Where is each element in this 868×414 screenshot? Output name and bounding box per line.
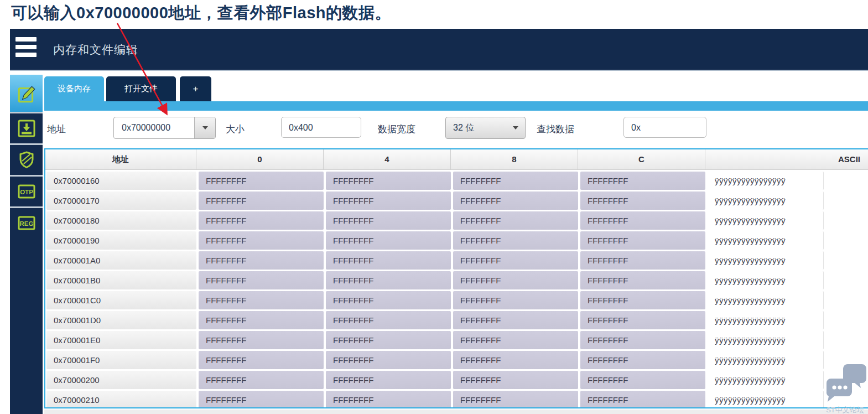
address-cell: 0x70000200 [46,371,196,389]
hex-cell[interactable]: FFFFFFFF [326,311,451,329]
find-data-label: 查找数据 [537,123,574,136]
ascii-cell: ÿÿÿÿÿÿÿÿÿÿÿÿÿÿÿÿ [708,192,824,210]
hex-cell[interactable]: FFFFFFFF [580,271,705,289]
sidebar-item-memory-edit[interactable] [10,75,43,112]
hex-cell[interactable]: FFFFFFFF [326,291,451,309]
hex-cell[interactable]: FFFFFFFF [580,351,705,369]
table-row: 0x70000180FFFFFFFFFFFFFFFFFFFFFFFFFFFFFF… [45,210,868,230]
hex-cell[interactable]: FFFFFFFF [199,291,324,309]
hex-cell[interactable]: FFFFFFFF [580,231,705,250]
address-label: 地址 [47,123,66,136]
header-divider [10,70,868,71]
find-data-input[interactable]: 0x [623,117,706,138]
sidebar-item-reg[interactable]: REG [10,208,43,238]
hex-cell[interactable]: FFFFFFFF [453,351,578,369]
hex-cell[interactable]: FFFFFFFF [453,391,578,408]
hex-cell[interactable]: FFFFFFFF [199,271,324,289]
hex-cell[interactable]: FFFFFFFF [199,251,324,270]
hex-cell[interactable]: FFFFFFFF [326,172,451,190]
address-cell: 0x70000190 [46,231,196,250]
hex-cell[interactable]: FFFFFFFF [199,351,324,369]
reg-icon-label: REG [19,220,33,227]
hex-cell[interactable]: FFFFFFFF [580,211,705,230]
table-body: 0x70000160FFFFFFFFFFFFFFFFFFFFFFFFFFFFFF… [45,170,868,408]
ascii-cell: ÿÿÿÿÿÿÿÿÿÿÿÿÿÿÿÿ [708,231,824,250]
ascii-cell: ÿÿÿÿÿÿÿÿÿÿÿÿÿÿÿÿ [708,351,824,369]
hex-cell[interactable]: FFFFFFFF [199,391,324,408]
hex-cell[interactable]: FFFFFFFF [580,371,705,389]
hex-cell[interactable]: FFFFFFFF [453,192,578,210]
hex-cell[interactable]: FFFFFFFF [199,231,324,250]
address-value[interactable]: 0x70000000 [114,117,194,138]
hex-cell[interactable]: FFFFFFFF [326,192,451,210]
data-width-value: 32 位 [446,122,513,134]
hex-cell[interactable]: FFFFFFFF [199,331,324,349]
ascii-cell: ÿÿÿÿÿÿÿÿÿÿÿÿÿÿÿÿ [708,271,824,289]
sidebar-item-otp[interactable]: OTP [10,177,43,206]
ascii-cell: ÿÿÿÿÿÿÿÿÿÿÿÿÿÿÿÿ [708,311,824,329]
sidebar: OTP REG [10,75,43,414]
hex-cell[interactable]: FFFFFFFF [199,311,324,329]
hex-cell[interactable]: FFFFFFFF [199,172,324,190]
hex-cell[interactable]: FFFFFFFF [453,231,578,250]
forum-watermark: ST中文论坛 [822,363,868,414]
ascii-cell: ÿÿÿÿÿÿÿÿÿÿÿÿÿÿÿÿ [708,251,824,270]
otp-icon-label: OTP [20,189,33,195]
hex-cell[interactable]: FFFFFFFF [199,192,324,210]
hex-cell[interactable]: FFFFFFFF [580,391,705,408]
address-cell: 0x700001F0 [46,351,196,369]
hex-cell[interactable]: FFFFFFFF [326,271,451,289]
annotation-text: 可以输入0x70000000地址，查看外部Flash的数据。 [11,2,391,24]
table-row: 0x700001D0FFFFFFFFFFFFFFFFFFFFFFFFFFFFFF… [45,309,868,329]
data-width-label: 数据宽度 [378,123,415,136]
address-cell: 0x70000180 [46,211,196,230]
hex-cell[interactable]: FFFFFFFF [580,172,705,190]
address-combobox[interactable]: 0x70000000 [113,117,216,139]
hex-cell[interactable]: FFFFFFFF [580,192,705,210]
hex-cell[interactable]: FFFFFFFF [326,371,451,389]
hex-cell[interactable]: FFFFFFFF [453,211,578,230]
address-cell: 0x700001E0 [46,331,196,349]
data-width-select[interactable]: 32 位 [445,117,526,139]
hex-cell[interactable]: FFFFFFFF [453,291,578,309]
hex-cell[interactable]: FFFFFFFF [453,271,578,289]
hex-cell[interactable]: FFFFFFFF [580,331,705,349]
hex-cell[interactable]: FFFFFFFF [453,331,578,349]
size-label: 大小 [226,123,245,136]
hex-cell[interactable]: FFFFFFFF [453,172,578,190]
tab-open-file[interactable]: 打开文件 [106,76,176,101]
hex-cell[interactable]: FFFFFFFF [326,391,451,408]
hex-cell[interactable]: FFFFFFFF [326,211,451,230]
hex-cell[interactable]: FFFFFFFF [580,291,705,309]
header-bar: 内存和文件编辑 [10,29,868,70]
tab-device-memory[interactable]: 设备内存 [44,76,104,101]
sidebar-item-download[interactable] [10,113,43,143]
hex-cell[interactable]: FFFFFFFF [326,251,451,270]
hex-cell[interactable]: FFFFFFFF [453,311,578,329]
hex-cell[interactable]: FFFFFFFF [580,311,705,329]
hex-cell[interactable]: FFFFFFFF [580,251,705,270]
hex-cell[interactable]: FFFFFFFF [199,371,324,389]
hex-cell[interactable]: FFFFFFFF [453,371,578,389]
address-cell: 0x70000210 [46,391,196,408]
download-icon [17,118,37,138]
hex-cell[interactable]: FFFFFFFF [199,211,324,230]
chat-bubbles-icon [823,363,867,402]
ascii-cell: ÿÿÿÿÿÿÿÿÿÿÿÿÿÿÿÿ [708,211,824,230]
hex-cell[interactable]: FFFFFFFF [453,251,578,270]
hex-cell[interactable]: FFFFFFFF [326,331,451,349]
table-row: 0x70000190FFFFFFFFFFFFFFFFFFFFFFFFFFFFFF… [45,230,868,250]
address-dropdown-button[interactable] [194,117,215,138]
hex-cell[interactable]: FFFFFFFF [326,231,451,250]
address-cell: 0x700001A0 [46,251,196,270]
sidebar-item-security[interactable] [10,145,43,175]
size-input[interactable]: 0x400 [281,117,361,138]
hex-cell[interactable]: FFFFFFFF [326,351,451,369]
column-header-4: 4 [324,149,451,169]
table-row: 0x70000210FFFFFFFFFFFFFFFFFFFFFFFFFFFFFF… [45,389,868,408]
address-cell: 0x700001C0 [46,291,196,309]
tab-add-button[interactable]: + [180,76,211,101]
address-cell: 0x70000170 [46,192,196,210]
hamburger-menu-icon[interactable] [15,37,37,61]
reg-icon: REG [17,213,37,233]
